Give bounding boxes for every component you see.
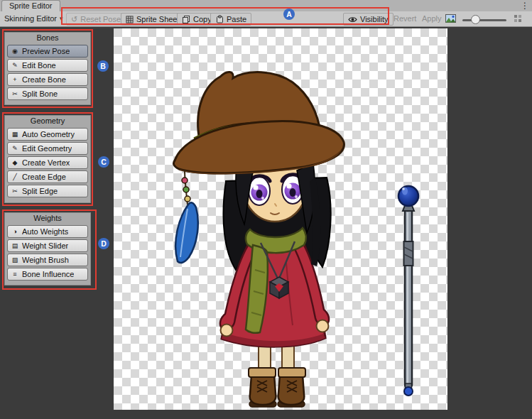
staff-sprite[interactable] [398, 186, 418, 396]
paste-icon [215, 15, 224, 23]
split-edge-button[interactable]: ✂ Split Edge [7, 185, 88, 197]
zoom-slider-knob[interactable] [471, 15, 480, 24]
weight-slider-icon: ▤ [11, 242, 19, 249]
create-bone-label: Create Bone [22, 75, 66, 84]
reset-pose-label: Reset Pose [80, 15, 121, 23]
right-boot [278, 368, 305, 407]
preview-pose-label: Preview Pose [22, 47, 70, 55]
overlay-preview-button[interactable] [445, 13, 456, 24]
visibility-button[interactable]: Visibility [343, 13, 393, 26]
texture-preview-icon [445, 14, 456, 23]
zoom-slider[interactable] [462, 13, 508, 24]
weight-slider-label: Weight Slider [22, 241, 68, 250]
grid-icon [514, 14, 522, 23]
create-bone-button[interactable]: + Create Bone [7, 73, 88, 86]
bones-panel: Bones ◉ Preview Pose ✎ Edit Bone + Creat… [4, 32, 91, 105]
left-eye [249, 176, 270, 205]
split-bone-icon: ✂ [11, 90, 19, 97]
cube-pendant [270, 277, 288, 298]
create-edge-label: Create Edge [22, 173, 66, 181]
create-bone-icon: + [11, 76, 19, 83]
auto-geometry-icon: ▦ [11, 131, 19, 138]
apply-button[interactable]: Apply [419, 13, 445, 24]
visibility-eye-icon [348, 16, 357, 23]
auto-geometry-button[interactable]: ▦ Auto Geometry [7, 128, 88, 141]
annotation-badge-a: A [283, 9, 295, 20]
annotation-badge-d: D [98, 238, 109, 249]
edit-bone-label: Edit Bone [22, 61, 56, 70]
create-edge-button[interactable]: ╱ Create Edge [7, 170, 88, 183]
revert-button[interactable]: Revert [391, 13, 419, 24]
bone-influence-label: Bone Influence [22, 270, 74, 278]
weight-slider-button[interactable]: ▤ Weight Slider [7, 239, 88, 252]
edit-geometry-label: Edit Geometry [22, 144, 72, 153]
sprite-sheet-icon [126, 16, 134, 23]
apply-label: Apply [422, 14, 442, 23]
reset-pose-button[interactable]: ↺ Reset Pose [66, 13, 126, 26]
sprite-sheet-label: Sprite Sheet [136, 15, 180, 23]
visibility-label: Visibility [360, 15, 389, 23]
create-edge-icon: ╱ [11, 173, 19, 180]
edit-bone-icon: ✎ [11, 62, 19, 69]
split-edge-label: Split Edge [22, 187, 58, 195]
weights-panel-title: Weights [5, 213, 90, 224]
weight-brush-icon: ▨ [11, 256, 19, 263]
edit-bone-button[interactable]: ✎ Edit Bone [7, 59, 88, 72]
copy-label: Copy [193, 15, 212, 23]
auto-weights-button[interactable]: ◑ Auto Weights [7, 225, 88, 238]
sprite-sheet-button[interactable]: Sprite Sheet [121, 13, 185, 26]
preview-pose-icon: ◉ [11, 48, 19, 55]
auto-weights-label: Auto Weights [22, 227, 68, 236]
witch-hat [173, 72, 344, 174]
grid-toggle-button[interactable] [514, 13, 522, 24]
editor-mode-label: Skinning Editor [4, 14, 57, 23]
annotation-badge-c: C [98, 156, 109, 168]
bone-influence-icon: ≡ [11, 271, 19, 278]
window-menu-icon[interactable]: ⋮ [521, 1, 529, 11]
split-edge-icon: ✂ [11, 187, 19, 195]
edit-geometry-icon: ✎ [11, 145, 19, 152]
paste-button[interactable]: Paste [210, 13, 251, 26]
reset-pose-icon: ↺ [71, 15, 77, 23]
auto-geometry-label: Auto Geometry [22, 130, 75, 138]
paste-label: Paste [227, 15, 246, 23]
copy-icon [182, 15, 190, 23]
revert-label: Revert [393, 14, 416, 23]
sprite-canvas[interactable] [114, 28, 447, 410]
bone-influence-button[interactable]: ≡ Bone Influence [7, 268, 88, 281]
annotation-badge-b: B [97, 60, 109, 72]
weight-brush-button[interactable]: ▨ Weight Brush [7, 254, 88, 266]
preview-pose-button[interactable]: ◉ Preview Pose [7, 45, 88, 58]
sprite-editor-tab[interactable]: Sprite Editor [1, 0, 60, 11]
chevron-down-icon: ▾ [60, 15, 63, 22]
geometry-panel: Geometry ▦ Auto Geometry ✎ Edit Geometry… [4, 115, 91, 203]
sprite-canvas-svg [114, 28, 447, 410]
auto-weights-icon: ◑ [11, 228, 19, 235]
weights-panel: Weights ◑ Auto Weights ▤ Weight Slider ▨… [4, 212, 91, 285]
bones-panel-title: Bones [5, 33, 90, 43]
weight-brush-label: Weight Brush [22, 256, 69, 264]
editor-mode-dropdown[interactable]: Skinning Editor ▾ [1, 13, 66, 24]
skinning-toolbar: Skinning Editor ▾ ↺ Reset Pose Sprite Sh… [0, 11, 532, 27]
feather-charm [175, 170, 198, 263]
window-tab-bar: Sprite Editor ⋮ [0, 0, 532, 11]
edit-geometry-button[interactable]: ✎ Edit Geometry [7, 142, 88, 155]
create-vertex-button[interactable]: ◆ Create Vertex [7, 156, 88, 169]
geometry-panel-title: Geometry [5, 116, 90, 126]
create-vertex-label: Create Vertex [22, 158, 70, 167]
character-sprite[interactable] [173, 72, 344, 407]
split-bone-label: Split Bone [22, 89, 58, 98]
split-bone-button[interactable]: ✂ Split Bone [7, 87, 88, 100]
create-vertex-icon: ◆ [11, 159, 19, 166]
zoom-slider-track[interactable] [462, 19, 506, 21]
left-boot [249, 368, 276, 407]
